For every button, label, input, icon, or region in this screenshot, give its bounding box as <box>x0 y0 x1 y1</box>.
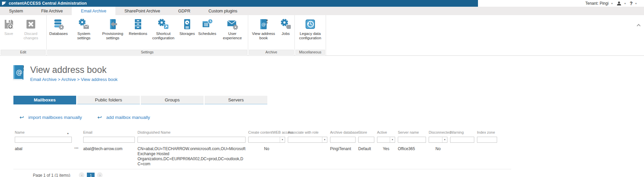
breadcrumb[interactable]: Email Archive > Archive > View address b… <box>30 77 118 82</box>
filter-select-active[interactable]: ▾ <box>377 137 395 143</box>
filter-select-disconnected[interactable]: ▾ <box>429 137 447 143</box>
filter-input-email[interactable] <box>83 137 135 143</box>
chevron-down-icon[interactable]: ▾ <box>322 137 327 142</box>
add-mailbox-manually-link[interactable]: ↩add mailbox manually <box>97 115 150 120</box>
column-header-index-zone[interactable]: Index zone <box>476 130 498 134</box>
tab-servers[interactable]: Servers <box>205 96 267 104</box>
tab-groups[interactable]: Groups <box>141 96 204 104</box>
filter-input-name[interactable] <box>15 137 72 143</box>
nav-tab-gdpr[interactable]: GDPR <box>169 7 199 15</box>
filter-select-input-disconnected[interactable] <box>429 137 442 142</box>
column-header-distinguished-name[interactable]: Distinguished Name <box>136 130 247 134</box>
nav-tab-email-archive[interactable]: Email Archive <box>72 7 115 15</box>
system-settings-icon <box>78 18 90 30</box>
ribbon-button-label: Shortcut configuration <box>151 32 176 40</box>
column-header-store[interactable]: Store <box>357 130 376 134</box>
tenant-menu[interactable]: Tenant: Pingi <box>585 1 608 6</box>
discard-changes-button[interactable]: Discard changes <box>16 18 45 41</box>
system-settings-button[interactable]: System settings <box>69 18 98 41</box>
filter-input-distinguished-name[interactable] <box>138 137 246 143</box>
chevron-down-icon[interactable]: ▾ <box>624 2 626 5</box>
chevron-down-icon[interactable]: ▾ <box>390 137 395 142</box>
column-header-active[interactable]: Active <box>376 130 396 134</box>
schedules-button[interactable]: Schedules <box>197 18 218 36</box>
jobs-icon <box>280 18 292 30</box>
ribbon-group-settings: DatabasesSystem settingsProvisioning set… <box>47 15 248 55</box>
nav-tab-system[interactable]: System <box>0 7 32 15</box>
column-header-create-contentweb-access[interactable]: Create contentWEB access <box>247 130 286 134</box>
collapse-ribbon-icon[interactable] <box>637 24 640 28</box>
nav-tab-file-archive[interactable]: File Archive <box>32 7 72 15</box>
filter-cell-create-contentweb-access: ▾ <box>247 137 286 143</box>
filter-input-server-name[interactable] <box>398 137 426 143</box>
filter-select-associate-with-role[interactable]: ▾ <box>288 137 327 143</box>
shortcut-configuration-button[interactable]: Shortcut configuration <box>149 18 178 41</box>
page-button-1[interactable]: 1 <box>87 173 95 177</box>
tab-public-folders[interactable]: Public folders <box>77 96 140 104</box>
main-nav-tabs: SystemFile ArchiveEmail ArchiveSharePoin… <box>0 7 644 15</box>
next-page-button[interactable]: › <box>97 172 103 177</box>
ribbon-button-label: User experience <box>220 32 245 40</box>
column-header-archive-database[interactable]: Archive database <box>329 130 357 134</box>
databases-icon <box>52 18 64 30</box>
chevron-down-icon[interactable]: ▾ <box>442 137 447 142</box>
column-header-label: Active <box>377 130 387 134</box>
chevron-down-icon[interactable]: ▾ <box>280 137 285 142</box>
filter-input-store[interactable] <box>358 137 374 143</box>
filter-select-input-active[interactable] <box>377 137 390 142</box>
pager-controls: ‹ 1 › <box>79 172 103 177</box>
import-mailboxes-manually-link[interactable]: ↩import mailboxes manually <box>19 115 82 120</box>
column-header-name[interactable]: Name▲ <box>13 130 73 134</box>
logo-icon <box>2 1 7 6</box>
cell-name: abal <box>13 145 73 151</box>
legacy-data-configuration-button[interactable]: Legacy data configuration <box>296 18 325 41</box>
retentions-icon <box>132 18 144 30</box>
tab-mailboxes[interactable]: Mailboxes <box>13 96 76 104</box>
ribbon-group-miscellaneous: Legacy data configurationMiscellaneous <box>295 15 326 55</box>
save-button[interactable]: Save <box>1 18 16 36</box>
column-header-email[interactable]: Email <box>82 130 136 134</box>
filter-select-input-create-contentweb-access[interactable] <box>249 137 280 142</box>
ribbon-button-label: Discard changes <box>18 32 44 40</box>
filter-cell-item <box>73 137 82 143</box>
chevron-down-icon[interactable]: ▾ <box>635 2 637 5</box>
ribbon-button-label: Provisioning settings <box>100 32 125 40</box>
nav-tab-custom-plugins[interactable]: Custom plugins <box>199 7 246 15</box>
previous-page-button[interactable]: ‹ <box>79 172 85 177</box>
filter-select-create-contentweb-access[interactable]: ▾ <box>248 137 285 143</box>
nav-tab-sharepoint-archive[interactable]: SharePoint Archive <box>115 7 169 15</box>
storages-icon <box>181 18 193 30</box>
content-tabs: MailboxesPublic foldersGroupsServers <box>13 96 644 104</box>
storages-button[interactable]: Storages <box>178 18 197 36</box>
column-header-associate-with-role[interactable]: Associate with role <box>286 130 329 134</box>
curved-arrow-icon: ↩ <box>97 115 102 120</box>
chevron-down-icon[interactable]: ▾ <box>611 2 612 5</box>
ribbon-button-label: Databases <box>49 32 68 36</box>
jobs-button[interactable]: Jobs <box>278 18 293 36</box>
user-experience-icon <box>226 18 238 30</box>
filter-input-index-zone[interactable] <box>477 137 497 143</box>
column-header-server-name[interactable]: Server name <box>396 130 427 134</box>
row-menu-button[interactable]: ••• <box>73 145 82 151</box>
filter-input-warning[interactable] <box>450 137 474 143</box>
cell-disconnected: No <box>427 145 449 151</box>
user-experience-button[interactable]: User experience <box>218 18 247 41</box>
address-book-icon: @ <box>11 65 25 81</box>
help-button[interactable]: ? <box>630 1 633 6</box>
filter-select-input-associate-with-role[interactable] <box>288 137 322 142</box>
column-header-disconnected[interactable]: Disconnected <box>427 130 449 134</box>
ribbon-group-buttons: Legacy data configuration <box>295 15 325 50</box>
retentions-button[interactable]: Retentions <box>127 18 149 36</box>
column-header-label: Name <box>15 130 24 134</box>
pager-status: Page 1 of 1 (1 items) <box>33 173 70 177</box>
column-header-warning[interactable]: Warning <box>449 130 476 134</box>
user-icon[interactable] <box>616 1 622 6</box>
filter-input-archive-database[interactable] <box>330 137 356 143</box>
column-header-label: Email <box>83 130 93 134</box>
view-address-book-button[interactable]: @View address book <box>249 18 278 41</box>
provisioning-settings-button[interactable]: Provisioning settings <box>98 18 127 41</box>
databases-button[interactable]: Databases <box>48 18 69 36</box>
ribbon-button-label: Storages <box>179 32 195 36</box>
ribbon-group-label-miscellaneous: Miscellaneous <box>296 50 325 55</box>
schedules-icon <box>201 18 213 30</box>
